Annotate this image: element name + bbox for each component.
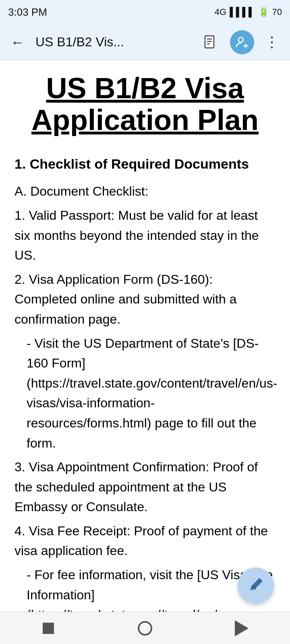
signal-bars-icon: ▌▌▌▌ [230,7,255,17]
circle-icon [138,621,152,636]
item3-appointment: 3. Visa Appointment Confirmation: Proof … [14,457,276,517]
edit-fab[interactable] [238,568,274,604]
edit-icon [247,577,265,594]
document-checklist: A. Document Checklist: 1. Valid Passport… [14,182,276,644]
square-icon [43,623,54,634]
main-content: US B1/B2 Visa Application Plan 1. Checkl… [0,60,290,644]
signal-icon: 4G [215,7,226,17]
item2-visa-form: 2. Visa Application Form (DS-160): Compl… [14,270,276,330]
status-right: 4G ▌▌▌▌ 🔋 70 [215,7,282,17]
page-title: US B1/B2 Vis... [35,35,191,50]
nav-back-button[interactable] [226,612,258,644]
document-icon-button[interactable] [199,30,223,54]
back-button[interactable]: ← [7,31,28,54]
battery-icon: 🔋 [258,7,269,17]
main-title: US B1/B2 Visa Application Plan [14,72,276,136]
nav-bar: ← US B1/B2 Vis... ⋮ [0,24,290,60]
item1-passport: 1. Valid Passport: Must be valid for at … [14,206,276,266]
document-icon [203,35,218,50]
item4-fee-receipt: 4. Visa Fee Receipt: Proof of payment of… [14,521,276,561]
item4-title: 4. Visa Fee Receipt: [14,524,130,538]
section1-heading: 1. Checklist of Required Documents [14,156,276,172]
add-person-icon [235,35,249,50]
item2-body: Completed online and submitted with a co… [14,292,236,326]
nav-home-button[interactable] [129,612,161,644]
status-time: 3:03 PM [8,6,47,19]
subsection-a-label: A. Document Checklist: [14,182,276,202]
status-bar: 3:03 PM 4G ▌▌▌▌ 🔋 70 [0,0,290,24]
item2-title: 2. Visa Application Form (DS-160): [14,272,213,287]
battery-level: 70 [272,7,282,17]
add-person-button[interactable] [230,30,254,54]
bottom-nav [0,612,290,644]
triangle-icon [235,620,249,636]
item2-sub: - Visit the US Department of State's [DS… [14,334,276,454]
more-options-button[interactable]: ⋮ [261,31,283,54]
nav-square-button[interactable] [32,612,64,644]
svg-point-4 [238,37,243,42]
